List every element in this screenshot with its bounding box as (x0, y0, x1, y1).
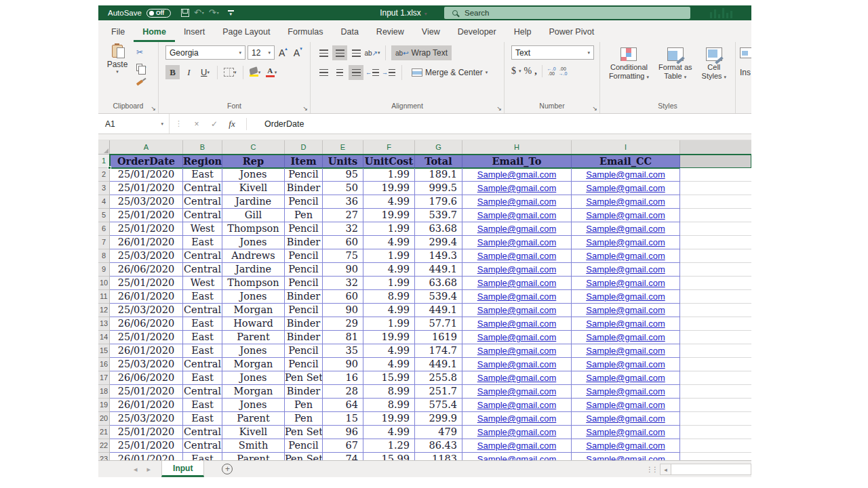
grid-cell-G4[interactable]: 179.6 (415, 195, 462, 209)
grid-cell-E19[interactable]: 64 (323, 399, 363, 412)
grid-cell-H14[interactable]: Sample@gmail.com (462, 331, 572, 344)
email-link[interactable]: Sample@gmail.com (477, 237, 557, 247)
grid-cell-B2[interactable]: East (183, 168, 222, 182)
email-link[interactable]: Sample@gmail.com (586, 454, 665, 460)
save-icon[interactable] (181, 9, 189, 17)
empty-cell-filler[interactable] (680, 426, 751, 439)
row-header-16[interactable]: 16 (98, 358, 110, 371)
tab-scroll-handle[interactable]: ⋮⋮ (646, 466, 657, 473)
sheet-tab-input[interactable]: Input (161, 461, 204, 477)
grid-cell-D8[interactable]: Pencil (285, 249, 323, 263)
select-all-corner[interactable] (98, 140, 110, 155)
grid-cell-D14[interactable]: Binder (285, 331, 323, 344)
grid-cell-B19[interactable]: East (183, 399, 222, 412)
grid-cell-I9[interactable]: Sample@gmail.com (572, 263, 680, 277)
grid-cell-F22[interactable]: 1.29 (363, 439, 415, 453)
email-link[interactable]: Sample@gmail.com (477, 224, 557, 234)
header-cell-rep[interactable]: Rep (222, 155, 285, 168)
orientation-button[interactable]: ab↗▾ (365, 45, 380, 60)
grid-cell-I7[interactable]: Sample@gmail.com (572, 236, 680, 249)
grid-cell-C14[interactable]: Parent (222, 331, 285, 344)
grid-cell-E18[interactable]: 28 (323, 385, 363, 399)
grid-cell-B7[interactable]: East (183, 236, 222, 249)
empty-cell-filler[interactable] (680, 182, 751, 195)
grid-cell-G10[interactable]: 63.68 (415, 277, 462, 290)
underline-button[interactable]: U▾ (198, 65, 212, 79)
email-link[interactable]: Sample@gmail.com (477, 251, 557, 261)
grid-cell-C10[interactable]: Thompson (222, 277, 285, 290)
row-header-3[interactable]: 3 (98, 182, 110, 195)
empty-cell-filler[interactable] (680, 344, 751, 358)
formula-input[interactable]: OrderDate (264, 119, 304, 129)
grid-cell-G13[interactable]: 57.71 (415, 317, 462, 331)
grid-cell-C15[interactable]: Jones (222, 344, 285, 358)
align-left-button[interactable] (316, 65, 331, 80)
cell-styles-button[interactable]: CellStyles ▾ (702, 46, 727, 102)
grid-cell-D23[interactable]: Pen Set (285, 453, 323, 460)
grid-cell-I19[interactable]: Sample@gmail.com (572, 399, 680, 412)
paste-button[interactable]: Paste ▾ (103, 45, 132, 75)
name-box[interactable]: A1▾ (98, 114, 170, 134)
email-link[interactable]: Sample@gmail.com (586, 278, 665, 288)
grid-cell-A14[interactable]: 25/01/2020 (110, 331, 183, 344)
grid-cell-E14[interactable]: 81 (323, 331, 363, 344)
empty-cell-filler[interactable] (680, 263, 751, 277)
grid-cell-G7[interactable]: 299.4 (415, 236, 462, 249)
empty-cell-filler[interactable] (680, 412, 751, 426)
grid-cell-A17[interactable]: 26/06/2020 (110, 371, 183, 385)
grid-cell-F5[interactable]: 19.99 (363, 209, 415, 222)
column-header-B[interactable]: B (183, 140, 222, 155)
grid-cell-A9[interactable]: 26/06/2020 (110, 263, 183, 277)
email-link[interactable]: Sample@gmail.com (477, 332, 557, 342)
grid-cell-I12[interactable]: Sample@gmail.com (572, 304, 680, 317)
grid-cell-F10[interactable]: 1.99 (363, 277, 415, 290)
email-link[interactable]: Sample@gmail.com (586, 264, 665, 274)
grid-cell-D11[interactable]: Binder (285, 290, 323, 304)
number-dialog-launcher[interactable]: ↘ (592, 105, 597, 112)
email-link[interactable]: Sample@gmail.com (477, 413, 557, 424)
row-header-17[interactable]: 17 (98, 371, 110, 385)
grid-cell-C12[interactable]: Morgan (222, 304, 285, 317)
grid-cell-I11[interactable]: Sample@gmail.com (572, 290, 680, 304)
increase-font-size-button[interactable]: A▴ (277, 47, 290, 58)
grid-cell-A2[interactable]: 25/01/2020 (110, 168, 183, 182)
grid-cell-D22[interactable]: Pencil (285, 439, 323, 453)
grid-cell-A7[interactable]: 26/01/2020 (110, 236, 183, 249)
cancel-button[interactable]: × (188, 119, 205, 129)
grid-cell-H9[interactable]: Sample@gmail.com (462, 263, 572, 277)
selection-fill-handle[interactable] (108, 166, 111, 169)
align-middle-button[interactable] (332, 45, 347, 60)
grid-cell-F14[interactable]: 19.99 (363, 331, 415, 344)
grid-cell-D10[interactable]: Pencil (285, 277, 323, 290)
scrollbar-track[interactable] (671, 464, 751, 475)
grid-cell-A10[interactable]: 25/01/2020 (110, 277, 183, 290)
grid-cell-B21[interactable]: Central (183, 426, 222, 439)
email-link[interactable]: Sample@gmail.com (586, 441, 665, 451)
increase-decimal-button[interactable]: ←.0.00 (547, 66, 556, 76)
grid-cell-C4[interactable]: Jardine (222, 195, 285, 209)
grid-cell-A4[interactable]: 25/03/2020 (110, 195, 183, 209)
ribbon-tab-file[interactable]: File (102, 22, 134, 42)
grid-cell-B12[interactable]: Central (183, 304, 222, 317)
row-header-21[interactable]: 21 (98, 426, 110, 439)
grid-cell-E10[interactable]: 32 (323, 277, 363, 290)
email-link[interactable]: Sample@gmail.com (477, 441, 557, 451)
ribbon-tab-page-layout[interactable]: Page Layout (214, 22, 279, 42)
sheet-nav-left-button[interactable]: ◂ (134, 465, 138, 474)
email-link[interactable]: Sample@gmail.com (477, 400, 557, 410)
grid-cell-A3[interactable]: 25/01/2020 (110, 182, 183, 195)
number-format-select[interactable]: Text▾ (511, 45, 594, 60)
grid-cell-A19[interactable]: 26/01/2020 (110, 399, 183, 412)
grid-cell-I8[interactable]: Sample@gmail.com (572, 249, 680, 263)
grid-cell-C5[interactable]: Gill (222, 209, 285, 222)
grid-cell-B15[interactable]: East (183, 344, 222, 358)
grid-cell-E3[interactable]: 50 (323, 182, 363, 195)
email-link[interactable]: Sample@gmail.com (586, 237, 665, 247)
grid-cell-I13[interactable]: Sample@gmail.com (572, 317, 680, 331)
header-cell-email_cc[interactable]: Email_CC (572, 155, 680, 168)
ribbon-tab-help[interactable]: Help (505, 22, 540, 42)
grid-cell-E6[interactable]: 32 (323, 222, 363, 236)
grid-cell-F21[interactable]: 4.99 (363, 426, 415, 439)
grid-cell-C9[interactable]: Jardine (222, 263, 285, 277)
grid-cell-G9[interactable]: 449.1 (415, 263, 462, 277)
